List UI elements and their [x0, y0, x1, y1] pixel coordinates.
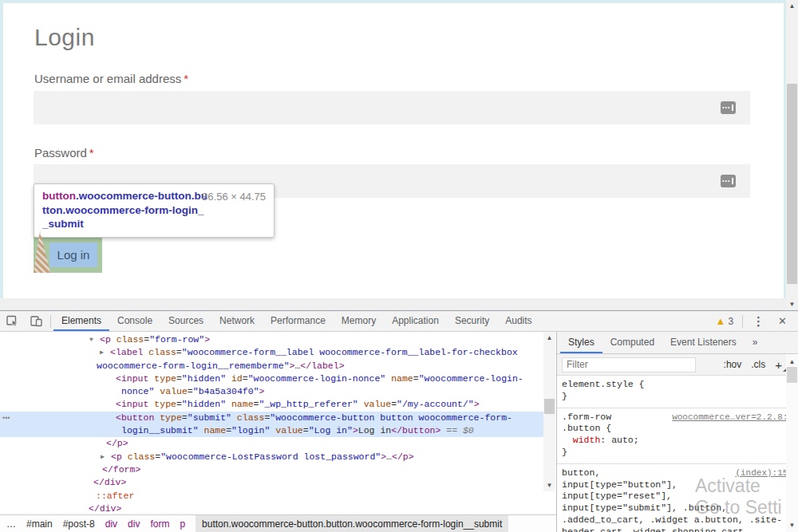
inspect-tooltip-selector: button.woocommerce-button.button.woocomm…: [42, 189, 208, 231]
devtools-tab-performance[interactable]: Performance: [263, 311, 334, 331]
username-input[interactable]: [34, 91, 750, 124]
scroll-up-icon[interactable]: ▲: [786, 357, 798, 367]
password-manager-icon[interactable]: [721, 175, 736, 187]
css-rule-line: woocommerce…ver=2.2.8:1.form-row: [557, 412, 798, 424]
scroll-down-icon[interactable]: ▼: [786, 520, 798, 530]
css-rule-line: (index):155button,: [557, 467, 798, 479]
elements-tree-line[interactable]: ::after: [0, 490, 544, 502]
devtools-tab-memory[interactable]: Memory: [334, 311, 384, 331]
css-rule: woocommerce…ver=2.2.8:1.form-row.button …: [557, 408, 798, 464]
breadcrumb-item[interactable]: div: [105, 515, 117, 532]
page-background-edge: [0, 0, 786, 3]
elements-tree-line[interactable]: woocommerce-form-login__rememberme">…</l…: [0, 360, 544, 372]
selected-row-grip: •••: [2, 414, 10, 422]
twisty-expanded-icon[interactable]: ▼: [89, 333, 100, 346]
devtools-tab-audits[interactable]: Audits: [497, 311, 539, 331]
elements-tree-selected-line[interactable]: login__submit" name="login" value="Log i…: [0, 424, 544, 437]
elements-scrollbar-thumb[interactable]: [544, 399, 555, 414]
stylesheet-source-link[interactable]: woocommerce…ver=2.2.8:1: [672, 412, 793, 424]
breadcrumb-item[interactable]: #post-8: [63, 515, 95, 532]
css-rule-line: input[type="submit"], .button,: [557, 502, 798, 514]
element-classes-button[interactable]: .cls: [751, 359, 765, 370]
device-toolbar-icon[interactable]: [24, 311, 48, 331]
inspect-element-icon[interactable]: [0, 311, 24, 331]
more-tabs-icon[interactable]: »: [745, 332, 766, 353]
elements-tree-line[interactable]: </p>: [0, 437, 544, 450]
styles-filter-input[interactable]: [562, 357, 696, 372]
inspect-tooltip-dimensions: 86.56 × 44.75: [202, 191, 266, 203]
devtools-tab-console[interactable]: Console: [109, 311, 160, 331]
twisty-collapsed-icon[interactable]: ▶: [100, 346, 110, 359]
devtools-tab-elements[interactable]: Elements: [53, 311, 109, 331]
required-asterisk: *: [184, 72, 188, 85]
css-rule-line: .button {: [557, 423, 798, 435]
breadcrumb-item[interactable]: div: [128, 515, 140, 532]
devtools-panel: ElementsConsoleSourcesNetworkPerformance…: [0, 310, 798, 532]
styles-filter-bar: :hov .cls +: [557, 354, 798, 376]
devtools-tab-strip: ElementsConsoleSourcesNetworkPerformance…: [53, 311, 540, 331]
elements-scrollbar[interactable]: ▲ ▼: [543, 332, 555, 491]
css-rule-line: }: [557, 391, 798, 403]
scroll-up-icon[interactable]: ▲: [786, 1, 798, 11]
close-icon[interactable]: ✕: [772, 315, 793, 327]
elements-panel: ▼<p class="form-row">▶<label class="wooc…: [0, 332, 556, 532]
scroll-up-icon[interactable]: ▲: [543, 333, 555, 343]
elements-tree-line[interactable]: nonce" value="b4a5a304f0">: [0, 385, 544, 398]
styles-sidebar: StylesComputedEvent Listeners» :hov .cls…: [556, 332, 798, 532]
page-scrollbar[interactable]: ▲ ▼: [786, 0, 798, 310]
scroll-down-icon[interactable]: ▼: [543, 480, 555, 491]
twisty-collapsed-icon[interactable]: ▶: [101, 451, 111, 463]
page-title: Login: [34, 24, 95, 51]
css-rule: element.style {}: [557, 376, 798, 408]
browser-page: Login Username or email address* Passwor…: [0, 0, 798, 310]
elements-tree-selected-line[interactable]: <button type="submit" class="woocommerce…: [0, 412, 544, 424]
toolbar-separator: [50, 315, 51, 328]
css-rule-line: input[type="reset"],: [557, 491, 798, 502]
sidebar-tab-styles[interactable]: Styles: [560, 332, 602, 353]
styles-scrollbar[interactable]: ▲ ▼: [786, 354, 798, 532]
breadcrumb-item[interactable]: button.woocommerce-button.button.woocomm…: [196, 515, 508, 532]
devtools-toolbar: ElementsConsoleSourcesNetworkPerformance…: [0, 311, 798, 332]
elements-tree-line[interactable]: <input type="hidden" id="woocommerce-log…: [0, 372, 544, 385]
login-button-content-highlight: Log in: [49, 242, 97, 267]
devtools-tab-application[interactable]: Application: [384, 311, 447, 331]
username-label: Username or email address*: [34, 72, 188, 85]
devtools-tab-network[interactable]: Network: [211, 311, 263, 331]
breadcrumb-item[interactable]: …: [6, 515, 16, 532]
css-rule: (index):155button,input[type="button"],i…: [557, 464, 798, 532]
inspect-tooltip: button.woocommerce-button.button.woocomm…: [34, 183, 275, 238]
breadcrumb-item[interactable]: form: [150, 515, 169, 532]
new-style-rule-button[interactable]: +: [775, 359, 782, 371]
css-rule-line: input[type="button"],: [557, 479, 798, 491]
breadcrumb-item[interactable]: p: [180, 515, 185, 532]
password-manager-icon[interactable]: [721, 101, 736, 114]
scroll-down-icon[interactable]: ▼: [786, 299, 798, 309]
elements-tree-line[interactable]: </div>: [0, 502, 544, 514]
elements-tree-line[interactable]: <input type="hidden" name="_wp_http_refe…: [0, 398, 544, 411]
elements-tree-line[interactable]: </form>: [0, 463, 544, 476]
css-rule-line: .added_to_cart, .widget a.button, .site-: [557, 514, 798, 526]
elements-tree-line[interactable]: ▶<p class="woocommerce-LostPassword lost…: [0, 451, 544, 463]
elements-tree-line[interactable]: </div>: [0, 476, 544, 489]
devtools-tab-security[interactable]: Security: [447, 311, 497, 331]
styles-scrollbar-thumb[interactable]: [787, 367, 797, 383]
toolbar-separator: [742, 315, 743, 328]
breadcrumb-bar: …#main#post-8divdivformpbutton.woocommer…: [0, 514, 556, 532]
stylesheet-source-link[interactable]: (index):155: [735, 467, 793, 479]
elements-tree: ▼<p class="form-row">▶<label class="wooc…: [0, 332, 556, 514]
devtools-tab-sources[interactable]: Sources: [160, 311, 211, 331]
horizontal-scrollbar-track[interactable]: [0, 298, 786, 310]
elements-tree-line[interactable]: ▼<p class="form-row">: [0, 333, 544, 346]
elements-tree-content: ▼<p class="form-row">▶<label class="wooc…: [0, 333, 544, 514]
kebab-menu-icon[interactable]: ⋮: [745, 314, 772, 329]
breadcrumb-item[interactable]: #main: [26, 515, 53, 532]
css-rule-line: element.style {: [557, 379, 798, 391]
styles-rules: element.style {}woocommerce…ver=2.2.8:1.…: [557, 376, 798, 532]
elements-tree-line[interactable]: ▶<label class="woocommerce-form__label w…: [0, 346, 544, 359]
sidebar-tab-event-listeners[interactable]: Event Listeners: [662, 332, 745, 353]
sidebar-tab-computed[interactable]: Computed: [602, 332, 662, 353]
required-asterisk: *: [89, 146, 94, 160]
toggle-element-state-button[interactable]: :hov: [724, 359, 742, 370]
page-scrollbar-thumb[interactable]: [787, 84, 797, 284]
console-warnings-badge[interactable]: ▲ 3: [709, 316, 741, 327]
